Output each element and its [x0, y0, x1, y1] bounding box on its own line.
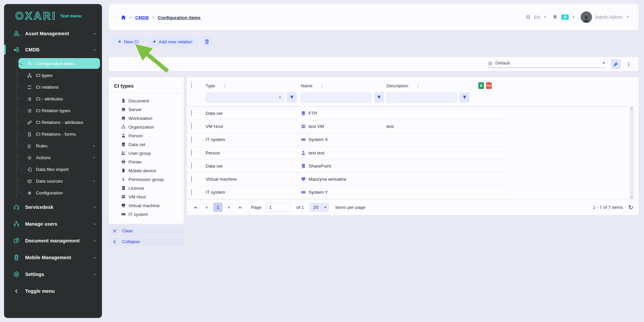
- export-pdf-icon[interactable]: PDF: [486, 82, 492, 89]
- chevron-down-icon: [93, 239, 97, 243]
- sidebar-item-rules[interactable]: Rules: [17, 140, 100, 152]
- row-checkbox[interactable]: [191, 149, 192, 156]
- chevron-down-icon[interactable]: ▼: [626, 15, 629, 19]
- first-page-button[interactable]: [191, 203, 200, 212]
- ci-type-virtual-machine[interactable]: Virtual machine: [121, 201, 184, 210]
- sidebar-item-actions[interactable]: Actions: [17, 152, 100, 164]
- ci-type-printer[interactable]: Printer: [121, 157, 184, 166]
- ci-type-document[interactable]: Document: [121, 96, 184, 105]
- view-selector[interactable]: ◎ Default ▼: [488, 60, 605, 68]
- chevron-down-icon: [93, 205, 97, 209]
- toggle-menu-button[interactable]: Toggle menu: [4, 283, 102, 300]
- ci-type-workstation[interactable]: Workstation: [121, 114, 184, 123]
- select-all-checkbox[interactable]: [191, 82, 192, 89]
- ci-type-organization[interactable]: Organization: [121, 123, 184, 131]
- ci-type-it-system[interactable]: IT system: [121, 210, 184, 219]
- kebab-menu-icon[interactable]: ⋮: [626, 63, 631, 65]
- breadcrumb-cmdb[interactable]: CMDB: [135, 15, 149, 20]
- ci-type-mobile-device[interactable]: Mobile device: [121, 166, 184, 175]
- export-excel-icon[interactable]: X: [478, 82, 484, 89]
- refresh-icon[interactable]: ↻: [628, 204, 633, 211]
- sidebar-item-document-management[interactable]: Document management: [4, 232, 102, 249]
- new-ci-button[interactable]: + New CI: [113, 36, 144, 47]
- sidebar-item-asset-management[interactable]: Asset Management: [4, 26, 102, 42]
- chevron-down-icon[interactable]: ▼: [278, 96, 281, 99]
- add-new-relation-button[interactable]: + Add new relation: [148, 36, 198, 47]
- table-row-maszyna-wirtualna[interactable]: Virtual machine Maszyna wirtualna: [187, 173, 507, 186]
- ci-type-user-group[interactable]: User group: [121, 149, 184, 157]
- row-checkbox[interactable]: [191, 189, 192, 195]
- grid-settings-button[interactable]: [611, 59, 621, 69]
- table-row-test-test[interactable]: Person test test: [187, 146, 507, 159]
- language-selector[interactable]: EN: [534, 15, 540, 20]
- sidebar-item-ci-relations[interactable]: CI relations: [17, 81, 100, 93]
- vertical-scrollbar[interactable]: ▲ ▼: [630, 107, 634, 199]
- column-menu-icon[interactable]: ⋮: [320, 84, 324, 87]
- last-page-button[interactable]: [236, 203, 245, 212]
- column-header-description[interactable]: Description: [386, 83, 408, 88]
- ci-type-license[interactable]: License: [121, 184, 184, 192]
- row-checkbox[interactable]: [191, 123, 192, 129]
- column-menu-icon[interactable]: ⋮: [222, 84, 227, 87]
- home-icon[interactable]: [121, 15, 126, 20]
- chevron-down-icon: ▼: [602, 61, 605, 65]
- sidebar-item-data-sources[interactable]: Data sources: [17, 175, 100, 187]
- description-filter-button[interactable]: [460, 92, 470, 102]
- column-header-type[interactable]: Type: [206, 83, 215, 88]
- type-filter-button[interactable]: [287, 92, 297, 102]
- table-row-system-x[interactable]: IT system System X: [187, 133, 507, 146]
- description-filter-input[interactable]: [386, 93, 457, 102]
- sidebar: OXARI Test menu Asset Management CMDB Co…: [4, 4, 102, 318]
- row-checkbox[interactable]: [191, 163, 192, 169]
- sidebar-item-settings[interactable]: Settings: [4, 266, 102, 283]
- clear-filters-button[interactable]: Clear: [109, 226, 184, 236]
- ci-type-permission-group[interactable]: Permission group: [121, 175, 184, 184]
- sidebar-item-ci-relations-forms[interactable]: CI Relations - forms: [17, 128, 100, 140]
- avatar[interactable]: [581, 11, 592, 23]
- sidebar-item-mobile-management[interactable]: Mobile Management: [4, 249, 102, 266]
- chevron-down-icon[interactable]: ▼: [572, 15, 575, 19]
- row-checkbox[interactable]: [191, 110, 192, 116]
- sidebar-item-cmdb[interactable]: CMDB: [4, 42, 102, 58]
- sidebar-item-ci-relation-types[interactable]: CI Relation types: [17, 105, 100, 117]
- previous-page-button[interactable]: [202, 203, 211, 212]
- page-number-input[interactable]: [266, 203, 291, 212]
- notification-badge[interactable]: 0: [561, 14, 569, 20]
- sidebar-item-ci-attributes[interactable]: CI - attributes: [17, 93, 100, 105]
- brand-logo: OXARI Test menu: [4, 4, 102, 26]
- breadcrumb-configuration-items[interactable]: Configuration items: [158, 15, 201, 20]
- settings-gear-icon[interactable]: ⚙: [526, 14, 531, 20]
- user-name[interactable]: Admin Admin: [595, 14, 623, 20]
- delete-button[interactable]: [201, 36, 213, 47]
- sidebar-item-data-files-import[interactable]: Data files import: [17, 164, 100, 175]
- bell-icon[interactable]: [552, 14, 558, 20]
- sidebar-item-manage-users[interactable]: Manage users: [4, 216, 102, 232]
- table-row-test-vm[interactable]: VM Host test VM test: [187, 120, 507, 133]
- name-filter-button[interactable]: [374, 92, 384, 102]
- table-row-system-y[interactable]: IT system System Y: [187, 186, 507, 199]
- sidebar-item-configuration-items[interactable]: Configuration items: [18, 58, 100, 69]
- name-filter-input[interactable]: [301, 93, 371, 102]
- items-per-page-select[interactable]: 20 ▼: [310, 203, 329, 212]
- ci-type-data-set[interactable]: Data set: [121, 140, 184, 149]
- row-checkbox[interactable]: [191, 176, 192, 182]
- sidebar-item-ci-types[interactable]: CI types: [17, 70, 100, 81]
- ci-type-person[interactable]: Person: [121, 131, 184, 140]
- column-menu-icon[interactable]: ⋮: [416, 84, 420, 87]
- scroll-up-icon[interactable]: ▲: [630, 107, 634, 110]
- sidebar-item-configuration[interactable]: Configuration: [17, 187, 100, 199]
- collapse-panel-button[interactable]: Collapse: [109, 237, 184, 246]
- row-checkbox[interactable]: [191, 136, 192, 143]
- sidebar-item-servicedesk[interactable]: Servicedesk: [4, 199, 102, 216]
- ci-type-server[interactable]: Server: [121, 105, 184, 114]
- scroll-down-icon[interactable]: ▼: [630, 196, 634, 199]
- column-header-name[interactable]: Name: [301, 83, 313, 88]
- table-row-ftp[interactable]: Data set FTP: [187, 107, 507, 120]
- next-page-button[interactable]: [225, 203, 233, 212]
- type-filter-input[interactable]: [206, 93, 284, 102]
- table-row-sharepoint[interactable]: Data set SharePoint: [187, 159, 507, 173]
- chevron-down-icon[interactable]: ▼: [543, 15, 546, 19]
- sidebar-item-ci-relations-attributes[interactable]: CI Relations - attributes: [17, 117, 100, 128]
- ci-type-vm-host[interactable]: VM Host: [121, 192, 184, 201]
- page-number-button[interactable]: 1: [213, 203, 222, 212]
